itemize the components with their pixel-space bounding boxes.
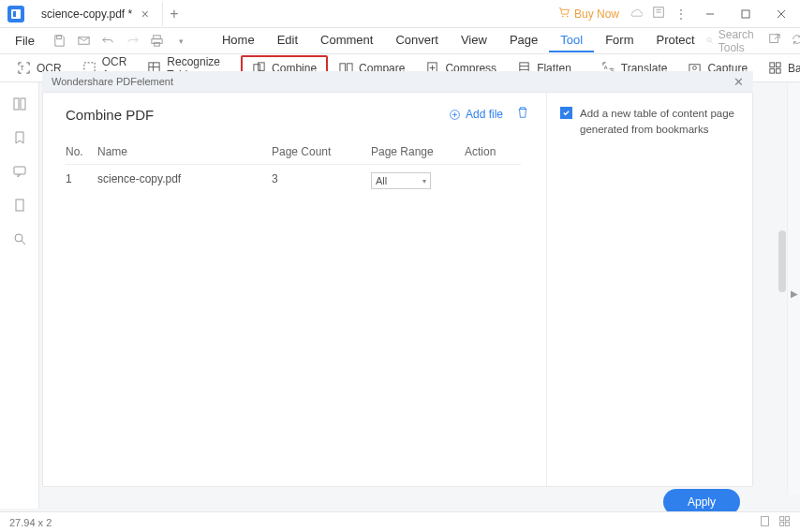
dialog-sidebar: Add a new table of content page generate… [546, 93, 752, 486]
tab-form[interactable]: Form [594, 29, 644, 52]
svg-rect-48 [780, 517, 784, 521]
tab-protect[interactable]: Protect [644, 29, 705, 52]
svg-rect-37 [777, 68, 781, 73]
buy-now-button[interactable]: Buy Now [558, 7, 619, 22]
menubar: File ▾ Home Edit Comment Convert View Pa… [0, 28, 800, 54]
tab-home[interactable]: Home [211, 29, 266, 52]
toc-label: Add a new table of content page generate… [580, 106, 739, 139]
tab-tool[interactable]: Tool [549, 29, 594, 52]
add-file-button[interactable]: Add file [449, 108, 503, 121]
svg-line-15 [710, 41, 712, 43]
chevron-down-icon: ▾ [422, 177, 426, 185]
trash-icon[interactable] [516, 106, 529, 123]
toc-option[interactable]: Add a new table of content page generate… [560, 106, 739, 139]
col-no: No. [66, 140, 97, 165]
cloud-icon[interactable] [629, 5, 643, 22]
svg-rect-23 [259, 63, 265, 70]
comment-icon[interactable] [11, 163, 28, 180]
tab-edit[interactable]: Edit [266, 29, 309, 52]
svg-rect-11 [154, 36, 161, 39]
batch-icon [768, 61, 782, 75]
row-name: science-copy.pdf [97, 165, 272, 197]
scrollbar-thumb[interactable] [778, 230, 786, 292]
svg-rect-6 [742, 10, 749, 18]
search-tools[interactable]: Search Tools [706, 28, 759, 54]
notification-icon[interactable] [652, 6, 665, 22]
maximize-button[interactable] [733, 1, 759, 27]
undo-icon[interactable] [100, 33, 117, 50]
svg-rect-47 [761, 517, 768, 526]
print-icon[interactable] [149, 33, 166, 50]
col-pagecount: Page Count [272, 140, 371, 165]
bookmark-icon[interactable] [11, 129, 28, 146]
plus-circle-icon [449, 109, 461, 121]
share-icon[interactable] [768, 33, 781, 50]
attachment-icon[interactable] [11, 197, 28, 214]
statusbar-right [759, 515, 791, 529]
buy-now-label: Buy Now [574, 7, 619, 21]
svg-rect-38 [14, 98, 19, 110]
svg-line-43 [22, 241, 25, 244]
close-window-button[interactable] [768, 1, 794, 27]
save-icon[interactable] [52, 33, 68, 50]
expand-right-icon[interactable]: ▶ [791, 288, 798, 299]
ocr-icon: T [17, 61, 31, 75]
fit-page-icon[interactable] [759, 515, 771, 529]
add-file-label: Add file [466, 108, 503, 121]
dialog-header: Wondershare PDFelement ✕ [42, 71, 753, 92]
col-pagerange: Page Range [371, 140, 465, 165]
dialog-title-row: Combine PDF Add file [66, 106, 529, 123]
close-tab-icon[interactable]: × [138, 7, 153, 22]
svg-rect-35 [777, 63, 781, 67]
statusbar: 27.94 x 2 [0, 511, 800, 532]
svg-point-42 [15, 234, 22, 242]
col-action: Action [465, 140, 521, 165]
refresh-icon[interactable] [791, 33, 800, 50]
mail-icon[interactable] [76, 33, 93, 50]
tab-view[interactable]: View [450, 29, 498, 52]
dialog-main: Combine PDF Add file No. Name Page Count… [43, 93, 546, 486]
svg-rect-9 [57, 36, 62, 39]
svg-rect-39 [21, 98, 25, 110]
page-range-select[interactable]: All ▾ [371, 172, 431, 189]
tab-page[interactable]: Page [498, 29, 549, 52]
kebab-icon[interactable]: ⋮ [674, 7, 688, 22]
tab-convert[interactable]: Convert [384, 29, 450, 52]
menu-tabs: Home Edit Comment Convert View Page Tool… [211, 29, 706, 52]
titlebar: science-copy.pdf * × + Buy Now ⋮ [0, 0, 800, 28]
minimize-button[interactable] [697, 1, 723, 27]
svg-text:A: A [604, 65, 608, 70]
row-no: 1 [66, 165, 97, 197]
tab-comment[interactable]: Comment [309, 29, 384, 52]
batch-button[interactable]: Ba› [759, 57, 800, 79]
document-tab[interactable]: science-copy.pdf * × [32, 2, 163, 26]
svg-rect-34 [770, 63, 775, 67]
redo-icon[interactable] [125, 33, 141, 50]
add-tab-button[interactable]: + [163, 6, 185, 22]
layout-icon[interactable] [778, 515, 791, 529]
page-dimensions: 27.94 x 2 [9, 517, 52, 528]
svg-rect-50 [780, 522, 784, 525]
col-name: Name [97, 140, 272, 165]
dialog-title: Combine PDF [66, 107, 154, 123]
row-action [465, 165, 521, 197]
menubar-right: Search Tools [706, 28, 800, 54]
toc-checkbox[interactable] [560, 107, 572, 119]
print-dropdown-icon[interactable]: ▾ [173, 33, 190, 50]
file-table: No. Name Page Count Page Range Action 1 … [66, 140, 529, 197]
svg-rect-49 [785, 517, 789, 521]
thumbnails-icon[interactable] [11, 96, 28, 112]
dialog-close-icon[interactable]: ✕ [733, 75, 744, 89]
check-icon [562, 109, 570, 117]
row-pagecount: 3 [272, 165, 371, 197]
svg-point-2 [562, 15, 564, 17]
quick-access-toolbar: ▾ [44, 33, 198, 50]
tab-title: science-copy.pdf * [41, 7, 132, 21]
titlebar-right: Buy Now ⋮ [558, 1, 800, 27]
svg-rect-36 [770, 68, 775, 73]
svg-rect-40 [14, 167, 25, 174]
file-menu[interactable]: File [6, 34, 44, 48]
search-placeholder: Search Tools [719, 28, 759, 54]
search-panel-icon[interactable] [11, 230, 28, 247]
combine-dialog: Combine PDF Add file No. Name Page Count… [42, 92, 753, 487]
